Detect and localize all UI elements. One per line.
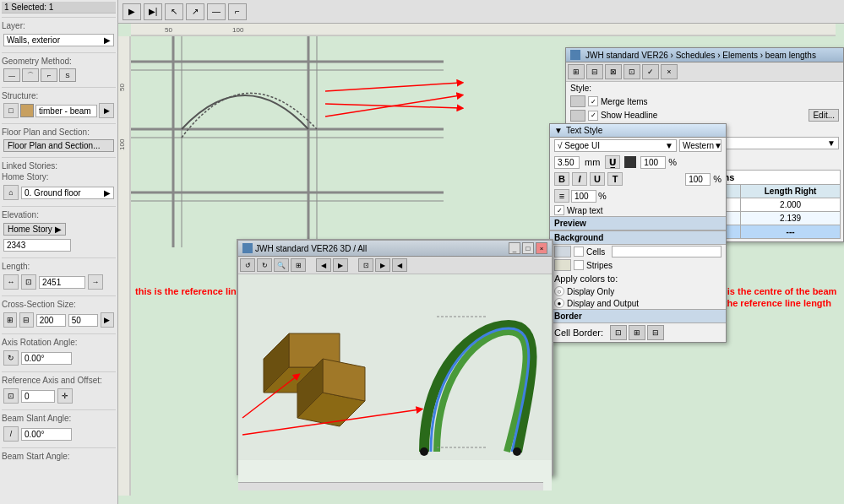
scrollbar-horizontal[interactable]: [238, 482, 543, 490]
3d-tb-5[interactable]: ◀: [316, 258, 331, 272]
separator2: [350, 258, 357, 272]
merge-icon: [570, 95, 585, 107]
beam-start-label: Beam Start Angle:: [2, 451, 116, 462]
cross-w-input[interactable]: [36, 314, 66, 327]
cells-color[interactable]: [612, 246, 721, 257]
geo-btn-3[interactable]: ⌐: [41, 68, 57, 82]
cell-border-btn1[interactable]: ⊡: [610, 325, 627, 340]
ref-icon-1[interactable]: ⊡: [3, 388, 19, 404]
ref-axis-label: Reference Axis and Offset:: [2, 375, 116, 386]
cells-icon: [554, 246, 571, 257]
cell-border-btn2[interactable]: ⊞: [629, 325, 645, 340]
merge-checkbox[interactable]: ✓: [588, 96, 598, 106]
3d-tb-1[interactable]: ↺: [240, 258, 255, 272]
slant-icon[interactable]: /: [3, 426, 19, 442]
plan-drawing: [131, 36, 444, 247]
cross-expand[interactable]: ▶: [101, 312, 114, 328]
sch-tb-grid2[interactable]: ⊟: [586, 64, 603, 79]
merge-label: Merge Items: [601, 97, 648, 106]
spacing-row: ≡ 100 %: [550, 187, 726, 204]
length-icon-1[interactable]: ↔: [3, 274, 19, 290]
toolbar-btn-2[interactable]: ▶|: [144, 3, 162, 20]
minimize-btn[interactable]: _: [509, 242, 520, 254]
sch-tb-grid1[interactable]: ⊞: [568, 64, 585, 79]
spacing-val: 100: [571, 190, 596, 203]
3d-tb-2[interactable]: ↻: [257, 258, 272, 272]
underline-icon[interactable]: U̲: [605, 155, 620, 169]
preview-section: Preview: [550, 216, 726, 230]
toolbar-btn-line[interactable]: —: [207, 3, 226, 20]
display-output-radio[interactable]: ●: [554, 298, 564, 308]
wrap-checkbox[interactable]: ✓: [554, 205, 564, 215]
3d-tb-6[interactable]: ▶: [333, 258, 348, 272]
layer-dropdown[interactable]: Walls, exterior▶: [3, 34, 114, 46]
headline-checkbox[interactable]: ✓: [588, 111, 598, 121]
cells-checkbox[interactable]: [574, 247, 584, 257]
3d-tb-4[interactable]: ⊞: [291, 258, 306, 272]
italic-btn[interactable]: I: [572, 172, 587, 186]
cell-border-btn3[interactable]: ⊟: [647, 325, 664, 340]
sch-tb-icon4[interactable]: ⊡: [623, 64, 640, 79]
svg-rect-4: [118, 36, 131, 496]
ref-icon-2[interactable]: ✛: [57, 388, 73, 404]
toolbar-btn-corner[interactable]: ⌐: [228, 3, 247, 20]
spacing-icon[interactable]: ≡: [554, 189, 569, 203]
3d-tb-7[interactable]: ⊡: [358, 258, 373, 272]
format-T-btn[interactable]: T: [607, 172, 623, 186]
toolbar-btn-1[interactable]: ▶: [123, 3, 141, 20]
length-label: Length:: [2, 261, 116, 272]
struct-expand[interactable]: ▶: [99, 103, 114, 118]
ground-floor-dropdown[interactable]: 0. Ground floor▶: [21, 187, 114, 199]
geo-btn-1[interactable]: —: [3, 68, 20, 82]
schedule-toolbar: ⊞ ⊟ ⊠ ⊡ ✓ ×: [566, 62, 843, 82]
cross-h-input[interactable]: [68, 314, 98, 327]
font-dropdown[interactable]: √ Segoe UI▼: [554, 139, 677, 152]
struct-icon-1[interactable]: □: [3, 103, 19, 118]
length-icon-2[interactable]: ⊡: [21, 274, 36, 290]
ref-offset-input[interactable]: [21, 390, 55, 403]
toolbar-btn-cursor[interactable]: ↖: [165, 3, 183, 20]
stripes-checkbox[interactable]: [574, 260, 584, 270]
geo-btn-4[interactable]: S: [59, 68, 76, 82]
length-apply[interactable]: →: [88, 274, 103, 290]
maximize-btn[interactable]: □: [522, 242, 534, 254]
axis-rotation-label: Axis Rotation Angle:: [2, 337, 116, 348]
merge-items-row: ✓ Merge Items: [566, 95, 843, 108]
geometry-label: Geometry Method:: [2, 56, 116, 67]
axis-rotation-input[interactable]: [21, 352, 72, 365]
stripes-row: Stripes: [550, 258, 726, 272]
geo-btn-2[interactable]: ⌒: [22, 68, 39, 82]
elevation-input[interactable]: [3, 239, 71, 252]
close-btn[interactable]: ×: [536, 242, 547, 254]
timber-beam-label: timber - beam: [35, 105, 97, 117]
bold-btn[interactable]: B: [554, 172, 569, 186]
cross-icon2[interactable]: ⊟: [19, 312, 33, 328]
3d-tb-3[interactable]: 🔍: [274, 258, 289, 272]
linked-label: Linked Stories:: [2, 160, 116, 171]
lang-dropdown[interactable]: Western▼: [679, 139, 721, 152]
toolbar-btn-rotate[interactable]: ↗: [186, 3, 204, 20]
style-label: Style:: [570, 84, 638, 93]
sch-tb-icon3[interactable]: ⊠: [605, 64, 622, 79]
axis-icon[interactable]: ↻: [3, 350, 19, 366]
sch-tb-icon5[interactable]: ✓: [642, 64, 659, 79]
underline-btn[interactable]: U: [590, 172, 605, 186]
edit-btn[interactable]: Edit...: [809, 109, 839, 122]
layer-label: Layer:: [2, 20, 116, 31]
length-input[interactable]: [39, 276, 85, 289]
view3d-window: JWH standard VER26 3D / All _ □ × ↺ ↻ 🔍 …: [237, 239, 553, 475]
home-story-icon[interactable]: ⌂: [3, 185, 19, 200]
font-size-input[interactable]: [554, 156, 580, 169]
3d-tb-9[interactable]: ◀: [392, 258, 407, 272]
stripes-label: Stripes: [586, 261, 613, 270]
pct-sign: %: [668, 157, 677, 167]
ruler-vertical: 50 100: [118, 36, 131, 496]
sch-tb-icon6[interactable]: ×: [661, 64, 678, 79]
beam-slant-input[interactable]: [21, 428, 72, 441]
floor-plan-section-btn[interactable]: Floor Plan and Section...: [3, 139, 114, 152]
3d-tb-8[interactable]: ▶: [375, 258, 390, 272]
home-story-btn[interactable]: Home Story ▶: [3, 223, 66, 236]
display-only-radio[interactable]: ○: [554, 286, 564, 296]
cross-icon[interactable]: ⊞: [3, 312, 17, 328]
format-expand[interactable]: ▼: [554, 126, 563, 135]
